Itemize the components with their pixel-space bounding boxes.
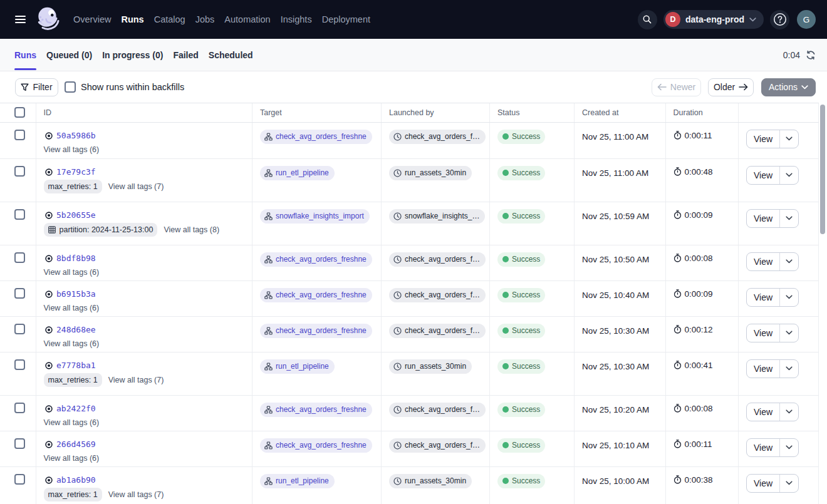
launched-by-tag[interactable]: check_avg_orders_f…: [389, 403, 486, 417]
view-run-label[interactable]: View: [747, 130, 780, 148]
target-tag[interactable]: check_avg_orders_freshne: [260, 252, 372, 267]
view-run-button[interactable]: View: [746, 166, 799, 185]
view-all-tags-link[interactable]: View all tags (6): [44, 304, 100, 312]
dagster-logo[interactable]: [36, 6, 61, 33]
view-run-label[interactable]: View: [747, 403, 780, 421]
row-checkbox[interactable]: [14, 166, 25, 177]
tab-scheduled[interactable]: Scheduled: [209, 39, 253, 71]
launched-by-tag[interactable]: check_avg_orders_f…: [389, 288, 486, 302]
view-run-label[interactable]: View: [747, 324, 780, 342]
nav-item-runs[interactable]: Runs: [121, 14, 143, 24]
target-tag[interactable]: run_etl_pipeline: [260, 474, 335, 488]
view-all-tags-link[interactable]: View all tags (8): [164, 225, 219, 234]
nav-item-deployment[interactable]: Deployment: [322, 14, 370, 24]
select-all-checkbox[interactable]: [14, 107, 25, 118]
run-id-link[interactable]: e7778ba1: [56, 361, 96, 370]
vertical-scrollbar-thumb[interactable]: [820, 105, 825, 234]
row-checkbox[interactable]: [14, 288, 25, 299]
view-all-tags-link[interactable]: View all tags (6): [44, 268, 100, 277]
tab-runs[interactable]: Runs: [14, 39, 36, 71]
view-all-tags-link[interactable]: View all tags (6): [44, 339, 100, 348]
view-run-label[interactable]: View: [747, 289, 780, 306]
view-run-dropdown[interactable]: [780, 253, 798, 270]
run-id-link[interactable]: 50a5986b: [56, 131, 96, 140]
row-checkbox[interactable]: [14, 359, 25, 370]
deployment-switcher[interactable]: D data-eng-prod: [663, 10, 764, 29]
hamburger-menu-icon[interactable]: [15, 16, 26, 24]
view-run-label[interactable]: View: [747, 360, 780, 378]
nav-item-insights[interactable]: Insights: [281, 14, 312, 24]
row-checkbox[interactable]: [14, 209, 25, 220]
target-tag[interactable]: check_avg_orders_freshne: [260, 324, 372, 338]
search-button[interactable]: [638, 10, 657, 29]
target-tag[interactable]: check_avg_orders_freshne: [260, 288, 372, 302]
target-tag[interactable]: check_avg_orders_freshne: [260, 438, 372, 453]
run-id-link[interactable]: ab1a6b90: [56, 475, 96, 485]
row-checkbox[interactable]: [14, 438, 25, 449]
backfills-checkbox[interactable]: [65, 81, 76, 93]
run-tag-pill[interactable]: max_retries: 1: [44, 373, 102, 387]
target-tag[interactable]: run_etl_pipeline: [260, 359, 335, 374]
view-run-label[interactable]: View: [747, 210, 780, 227]
view-run-dropdown[interactable]: [780, 403, 798, 421]
view-run-button[interactable]: View: [746, 324, 799, 342]
nav-item-automation[interactable]: Automation: [224, 14, 270, 24]
view-run-button[interactable]: View: [746, 130, 799, 148]
view-run-dropdown[interactable]: [780, 324, 798, 342]
view-all-tags-link[interactable]: View all tags (6): [44, 145, 100, 154]
run-id-link[interactable]: b6915b3a: [56, 289, 96, 299]
launched-by-tag[interactable]: run_assets_30min: [389, 166, 472, 180]
nav-item-overview[interactable]: Overview: [73, 14, 111, 24]
launched-by-tag[interactable]: check_avg_orders_f…: [389, 252, 486, 267]
target-tag[interactable]: snowflake_insights_import: [260, 209, 370, 224]
view-run-dropdown[interactable]: [780, 167, 798, 184]
view-run-dropdown[interactable]: [780, 360, 798, 378]
run-tag-pill[interactable]: max_retries: 1: [44, 488, 102, 501]
view-run-button[interactable]: View: [746, 252, 799, 271]
view-all-tags-link[interactable]: View all tags (6): [44, 454, 100, 463]
row-checkbox[interactable]: [14, 130, 25, 140]
tab-queued[interactable]: Queued (0): [46, 39, 92, 71]
run-id-link[interactable]: ab2422f0: [56, 404, 96, 413]
filter-button[interactable]: Filter: [15, 78, 58, 96]
view-run-dropdown[interactable]: [780, 475, 798, 492]
tab-failed[interactable]: Failed: [173, 39, 198, 71]
view-run-label[interactable]: View: [747, 439, 780, 456]
view-run-button[interactable]: View: [746, 403, 799, 421]
view-run-label[interactable]: View: [747, 167, 780, 184]
launched-by-tag[interactable]: run_assets_30min: [389, 474, 472, 488]
run-tag-pill[interactable]: max_retries: 1: [44, 180, 102, 193]
refresh-button[interactable]: [806, 50, 816, 60]
target-tag[interactable]: run_etl_pipeline: [260, 166, 335, 180]
launched-by-tag[interactable]: run_assets_30min: [389, 359, 472, 374]
target-tag[interactable]: check_avg_orders_freshne: [260, 403, 372, 417]
launched-by-tag[interactable]: check_avg_orders_f…: [389, 130, 486, 144]
run-id-link[interactable]: 8bdf8b98: [56, 254, 96, 263]
tab-in-progress[interactable]: In progress (0): [102, 39, 163, 71]
run-id-link[interactable]: 17e79c3f: [56, 167, 96, 177]
launched-by-tag[interactable]: check_avg_orders_f…: [389, 324, 486, 338]
view-all-tags-link[interactable]: View all tags (6): [44, 418, 100, 427]
view-run-dropdown[interactable]: [780, 210, 798, 227]
actions-button[interactable]: Actions: [761, 78, 816, 96]
run-id-link[interactable]: 5b20655e: [56, 210, 96, 220]
row-checkbox[interactable]: [14, 252, 25, 263]
view-run-dropdown[interactable]: [780, 289, 798, 306]
view-run-dropdown[interactable]: [780, 130, 798, 148]
view-run-label[interactable]: View: [747, 253, 780, 270]
nav-item-jobs[interactable]: Jobs: [195, 14, 215, 24]
run-tag-pill[interactable]: partition: 2024-11-25-13:00: [44, 223, 158, 237]
view-run-button[interactable]: View: [746, 438, 799, 457]
view-run-dropdown[interactable]: [780, 439, 798, 456]
view-run-button[interactable]: View: [746, 474, 799, 493]
row-checkbox[interactable]: [14, 403, 25, 413]
user-avatar[interactable]: G: [797, 10, 816, 29]
view-run-label[interactable]: View: [747, 475, 780, 492]
view-all-tags-link[interactable]: View all tags (7): [108, 376, 164, 384]
older-button[interactable]: Older: [708, 78, 754, 96]
view-all-tags-link[interactable]: View all tags (7): [108, 182, 164, 191]
row-checkbox[interactable]: [14, 324, 25, 334]
nav-item-catalog[interactable]: Catalog: [154, 14, 185, 24]
view-run-button[interactable]: View: [746, 288, 799, 307]
row-checkbox[interactable]: [14, 474, 25, 485]
